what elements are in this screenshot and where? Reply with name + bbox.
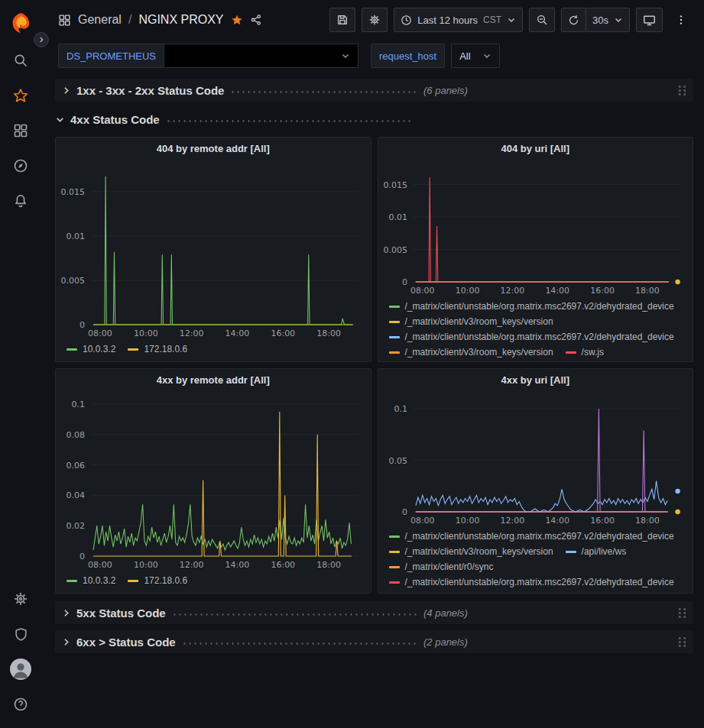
sidebar-item-configuration[interactable] bbox=[0, 581, 41, 616]
row-toggle-6xx[interactable]: 6xx > Status Code bbox=[61, 636, 423, 649]
refresh-button-group: 30s bbox=[561, 8, 630, 32]
sidebar-item-alerting[interactable] bbox=[0, 183, 41, 218]
tv-mode-button[interactable] bbox=[636, 8, 663, 32]
row-drag-handle[interactable] bbox=[677, 85, 687, 96]
refresh-button[interactable] bbox=[561, 8, 586, 32]
legend-label: /sw.js bbox=[582, 347, 604, 358]
sidebar-item-profile[interactable] bbox=[0, 652, 41, 687]
legend-item[interactable]: 172.18.0.6 bbox=[128, 344, 187, 354]
panel-title[interactable]: 404 by remote addr [All] bbox=[56, 138, 371, 159]
panel-title[interactable]: 4xx by uri [All] bbox=[378, 369, 693, 390]
svg-text:12:00: 12:00 bbox=[180, 560, 204, 570]
apps-icon bbox=[58, 14, 71, 27]
legend-label: 172.18.0.6 bbox=[144, 344, 187, 354]
svg-text:12:00: 12:00 bbox=[180, 328, 204, 338]
row-drag-handle[interactable] bbox=[677, 636, 687, 648]
row-drag-handle[interactable] bbox=[677, 607, 687, 619]
legend-item[interactable]: /_matrix/client/unstable/org.matrix.msc2… bbox=[389, 531, 674, 542]
sidebar-item-starred[interactable] bbox=[0, 78, 41, 113]
share-icon[interactable] bbox=[250, 14, 262, 26]
panel-title[interactable]: 404 by uri [All] bbox=[378, 138, 693, 159]
legend-label: /_matrix/client/unstable/org.matrix.msc2… bbox=[405, 332, 674, 342]
favorite-star-icon[interactable] bbox=[231, 14, 243, 26]
legend-item[interactable]: /_matrix/client/unstable/org.matrix.msc2… bbox=[389, 332, 674, 342]
search-icon bbox=[13, 53, 28, 68]
svg-text:16:00: 16:00 bbox=[271, 560, 295, 570]
legend-label: 10.0.3.2 bbox=[83, 344, 115, 354]
variable-host-value-dropdown[interactable]: All bbox=[451, 44, 500, 68]
sidebar-item-help[interactable] bbox=[0, 687, 41, 722]
sidebar-item-dashboards[interactable] bbox=[0, 113, 41, 148]
panel-4xx-by-remote-addr: 4xx by remote addr [All] 00.020.040.060.… bbox=[55, 368, 371, 594]
svg-text:08:00: 08:00 bbox=[410, 286, 434, 296]
chart-plot[interactable]: 00.0050.010.01508:0010:0012:0014:0016:00… bbox=[56, 159, 371, 340]
variable-host-label[interactable]: request_host bbox=[371, 44, 445, 68]
chart-plot[interactable]: 00.050.108:0010:0012:0014:0016:0018:00 bbox=[378, 390, 693, 527]
sidebar-item-search[interactable] bbox=[0, 43, 41, 78]
legend-row: /_matrix/client/unstable/org.matrix.msc2… bbox=[389, 574, 687, 590]
legend-item[interactable]: /_matrix/client/unstable/org.matrix.msc2… bbox=[389, 301, 674, 312]
chart-canvas: 00.020.040.060.080.108:0010:0012:0014:00… bbox=[56, 390, 371, 571]
toolbar-right: Last 12 hours CST 30s bbox=[329, 8, 693, 32]
svg-text:10:00: 10:00 bbox=[134, 328, 158, 338]
legend-item[interactable]: /_matrix/client/v3/room_keys/version bbox=[389, 316, 553, 327]
sidebar-expand-button[interactable] bbox=[34, 32, 49, 47]
breadcrumb-folder[interactable]: General bbox=[78, 13, 122, 27]
legend-item[interactable]: /_matrix/client/r0/sync bbox=[389, 561, 494, 572]
legend-label: /api/live/ws bbox=[582, 546, 627, 557]
svg-text:18:00: 18:00 bbox=[635, 286, 660, 296]
chevron-down-icon bbox=[507, 15, 516, 24]
variable-ds-label[interactable]: DS_PROMETHEUS bbox=[58, 44, 164, 68]
legend-swatch bbox=[389, 551, 400, 553]
legend-item[interactable]: /sw.js bbox=[566, 347, 604, 358]
time-range-picker[interactable]: Last 12 hours CST bbox=[394, 8, 523, 32]
svg-text:0.01: 0.01 bbox=[67, 231, 86, 241]
sidebar-item-server-admin[interactable] bbox=[0, 616, 41, 652]
refresh-icon bbox=[568, 15, 579, 26]
row-toggle-1xx[interactable]: 1xx - 3xx - 2xx Status Code bbox=[61, 84, 423, 97]
legend-row: 10.0.3.2172.18.0.6 bbox=[67, 573, 365, 588]
dashboard-settings-button[interactable] bbox=[362, 8, 388, 32]
svg-text:18:00: 18:00 bbox=[316, 560, 341, 570]
variable-ds-value-dropdown[interactable] bbox=[164, 44, 358, 68]
refresh-interval-dropdown[interactable]: 30s bbox=[586, 8, 630, 32]
dashboard-scroll-area[interactable]: 1xx - 3xx - 2xx Status Code (6 panels) 4… bbox=[41, 72, 704, 728]
chart-plot[interactable]: 00.0050.010.01508:0010:0012:0014:0016:00… bbox=[378, 159, 693, 297]
more-options-button[interactable] bbox=[669, 8, 693, 32]
row-toggle-4xx[interactable]: 4xx Status Code bbox=[55, 113, 417, 126]
chart-plot[interactable]: 00.020.040.060.080.108:0010:0012:0014:00… bbox=[56, 390, 371, 571]
chevron-right-icon bbox=[61, 608, 71, 618]
legend-item[interactable]: /api/live/ws bbox=[566, 546, 627, 557]
sidebar bbox=[0, 0, 41, 728]
legend-swatch bbox=[389, 336, 400, 338]
legend-item[interactable]: 10.0.3.2 bbox=[67, 575, 115, 586]
row-header-1xx-3xx-2xx: 1xx - 3xx - 2xx Status Code (6 panels) bbox=[55, 79, 693, 102]
panel-404-by-remote-addr: 404 by remote addr [All] 00.0050.010.015… bbox=[55, 137, 371, 362]
svg-text:12:00: 12:00 bbox=[500, 516, 524, 526]
legend-item[interactable]: 172.18.0.6 bbox=[128, 575, 187, 586]
legend-item[interactable]: /_matrix/client/v3/room_keys/version bbox=[389, 546, 553, 557]
row-toggle-5xx[interactable]: 5xx Status Code bbox=[61, 607, 423, 620]
svg-text:10:00: 10:00 bbox=[455, 516, 479, 526]
svg-text:0.01: 0.01 bbox=[388, 212, 407, 222]
legend-item[interactable]: /_matrix/client/v3/room_keys/version bbox=[389, 347, 553, 358]
variable-request-host: request_host All bbox=[371, 44, 500, 68]
legend-swatch bbox=[389, 566, 400, 568]
row-dotted-leader bbox=[172, 613, 417, 616]
panel-title[interactable]: 4xx by remote addr [All] bbox=[56, 369, 371, 390]
zoom-out-button[interactable] bbox=[529, 8, 555, 32]
panel-grid: 404 by remote addr [All] 00.0050.010.015… bbox=[55, 137, 693, 594]
legend-item[interactable]: /_matrix/client/unstable/org.matrix.msc2… bbox=[389, 577, 674, 587]
chevron-right-icon bbox=[61, 637, 71, 647]
dashboard-title[interactable]: NGINX PROXY bbox=[138, 13, 223, 27]
legend-swatch bbox=[566, 351, 576, 354]
chart-legend: 10.0.3.2172.18.0.6 bbox=[56, 571, 371, 593]
legend-label: /_matrix/client/unstable/org.matrix.msc2… bbox=[405, 577, 674, 587]
legend-swatch bbox=[389, 321, 400, 323]
sidebar-item-explore[interactable] bbox=[0, 148, 41, 183]
svg-text:12:00: 12:00 bbox=[500, 286, 524, 296]
save-dashboard-button[interactable] bbox=[329, 8, 355, 32]
chevron-right-icon bbox=[61, 86, 71, 95]
legend-item[interactable]: 10.0.3.2 bbox=[67, 344, 115, 354]
panel-404-by-uri: 404 by uri [All] 00.0050.010.01508:0010:… bbox=[378, 137, 694, 362]
